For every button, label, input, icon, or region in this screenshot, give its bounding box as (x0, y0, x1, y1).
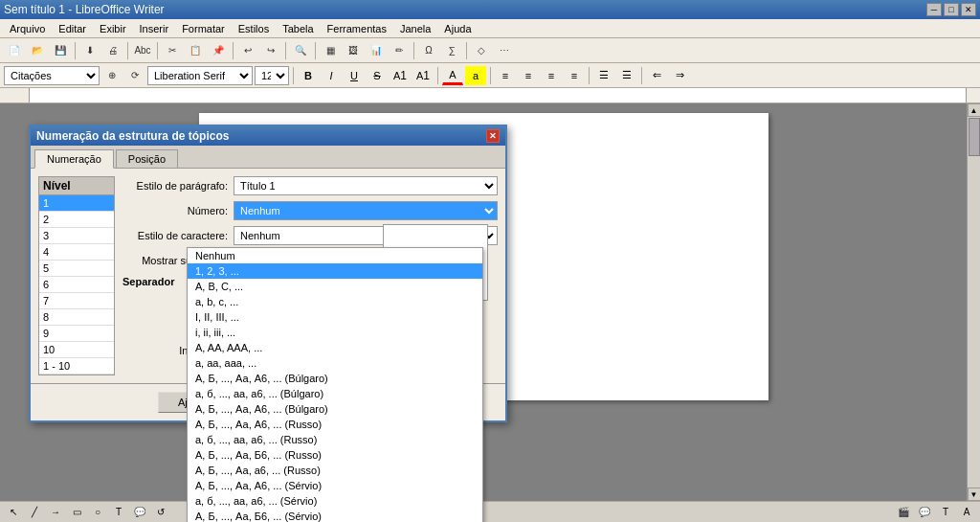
level-1-10[interactable]: 1 - 10 (39, 358, 114, 374)
level-1[interactable]: 1 (39, 195, 114, 212)
dropdown-a-b-c[interactable]: a, b, c, ... (188, 294, 482, 309)
nivel-header: Nível (39, 177, 114, 195)
dropdown-A-AA-AAA[interactable]: A, AA, AAA, ... (188, 340, 482, 355)
level-2[interactable]: 2 (39, 212, 114, 228)
level-5[interactable]: 5 (39, 261, 114, 277)
level-4[interactable]: 4 (39, 244, 114, 261)
dropdown-servio-3[interactable]: А, Б, ..., Аа, Б6, ... (Sérvio) (188, 509, 482, 522)
dialog-title-bar: Numeração da estrutura de tópicos ✕ (31, 126, 505, 146)
level-9[interactable]: 9 (39, 326, 114, 342)
dialog-close-btn[interactable]: ✕ (486, 129, 500, 143)
level-6[interactable]: 6 (39, 277, 114, 293)
dropdown-a-aa-aaa[interactable]: a, aa, aaa, ... (188, 355, 482, 371)
dropdown-A-B-C[interactable]: A, B, C, ... (188, 279, 482, 294)
level-3[interactable]: 3 (39, 228, 114, 244)
dropdown-russo-3[interactable]: А, Б, ..., Аа, Б6, ... (Russo) (188, 447, 482, 463)
level-10[interactable]: 10 (39, 342, 114, 358)
dropdown-russo-4[interactable]: А, Б, ..., Аа, а6, ... (Russo) (188, 463, 482, 478)
level-8[interactable]: 8 (39, 309, 114, 326)
dropdown-I-II-III[interactable]: I, II, III, ... (188, 309, 482, 325)
estilo-paragrafo-select[interactable]: Título 1 (234, 176, 498, 195)
dropdown-servio-2[interactable]: а, б, ..., аа, а6, ... (Sérvio) (188, 493, 482, 509)
dialog-overlay: Numeração da estrutura de tópicos ✕ Nume… (0, 0, 980, 522)
dropdown-i-ii-iii[interactable]: i, ii, iii, ... (188, 325, 482, 340)
level-7[interactable]: 7 (39, 293, 114, 309)
dropdown-russo-1[interactable]: А, Б, ..., Аа, А6, ... (Russo) (188, 417, 482, 432)
dropdown-bulgaro-3[interactable]: А, Б, ..., Аа, А6, ... (Búlgaro) (188, 401, 482, 417)
dropdown-nenhum[interactable]: Nenhum (188, 248, 482, 263)
numero-select[interactable]: Nenhum (234, 201, 498, 220)
levels-panel: Nível 1 2 3 4 5 6 7 8 9 10 1 - 10 (38, 176, 115, 375)
numero-row: Número: Nenhum (122, 201, 498, 220)
estilo-paragrafo-row: Estilo de parágrafo: Título 1 (122, 176, 498, 195)
dropdown-bulgaro-2[interactable]: а, б, ..., аа, а6, ... (Búlgaro) (188, 386, 482, 401)
numero-label: Número: (122, 205, 228, 216)
tab-numeracao[interactable]: Numeração (34, 149, 114, 169)
estilo-caractere-label: Estilo de caractere: (122, 230, 228, 241)
dialog-tabs: Numeração Posição (31, 146, 505, 169)
dropdown-russo-2[interactable]: а, б, ..., аа, а6, ... (Russo) (188, 432, 482, 447)
dropdown-1-2-3[interactable]: 1, 2, 3, ... (188, 263, 482, 279)
numero-dropdown[interactable]: Nenhum 1, 2, 3, ... A, B, C, ... a, b, c… (187, 247, 483, 522)
estilo-paragrafo-label: Estilo de parágrafo: (122, 180, 228, 192)
dropdown-servio-1[interactable]: А, Б, ..., Аа, А6, ... (Sérvio) (188, 478, 482, 493)
tab-posicao[interactable]: Posição (116, 149, 178, 168)
dropdown-bulgaro-1[interactable]: А, Б, ..., Аа, А6, ... (Búlgaro) (188, 371, 482, 386)
dialog-title: Numeração da estrutura de tópicos (36, 129, 229, 143)
